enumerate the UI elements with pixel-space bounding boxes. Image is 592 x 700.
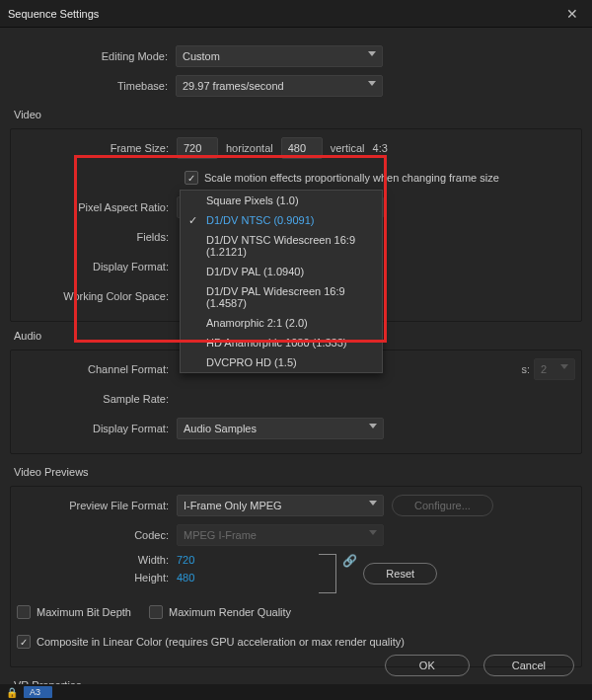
chevron-down-icon bbox=[369, 530, 377, 535]
chevron-down-icon bbox=[369, 501, 377, 506]
pixel-aspect-dropdown[interactable]: Square Pixels (1.0)D1/DV NTSC (0.9091)D1… bbox=[180, 190, 383, 373]
vertical-label: vertical bbox=[331, 142, 365, 154]
max-bit-depth-checkbox[interactable] bbox=[17, 605, 31, 619]
codec-label: Codec: bbox=[17, 529, 177, 541]
frame-size-label: Frame Size: bbox=[17, 142, 177, 154]
pixel-aspect-option[interactable]: Anamorphic 2:1 (2.0) bbox=[181, 313, 382, 333]
frame-height-input[interactable]: 480 bbox=[281, 137, 323, 159]
num-channels-select: 2 bbox=[534, 358, 575, 380]
display-format-audio-label: Display Format: bbox=[17, 423, 177, 434]
fields-label: Fields: bbox=[17, 231, 177, 243]
chevron-down-icon bbox=[368, 81, 376, 86]
link-bracket-icon bbox=[319, 554, 336, 593]
preview-width-label: Width: bbox=[17, 554, 177, 566]
reset-button[interactable]: Reset bbox=[363, 563, 437, 584]
timeline-strip: 🔒 A3 bbox=[0, 684, 592, 700]
working-color-space-label: Working Color Space: bbox=[17, 290, 177, 302]
max-render-checkbox[interactable] bbox=[149, 605, 163, 619]
codec-select: MPEG I-Frame bbox=[177, 524, 384, 546]
num-channels-abbrev: s: bbox=[521, 363, 530, 375]
display-format-video-label: Display Format: bbox=[17, 261, 177, 272]
chevron-down-icon bbox=[369, 424, 377, 428]
configure-button: Configure... bbox=[392, 495, 493, 516]
preview-file-format-select[interactable]: I-Frame Only MPEG bbox=[177, 495, 384, 516]
aspect-label: 4:3 bbox=[373, 142, 388, 154]
sample-rate-label: Sample Rate: bbox=[17, 393, 177, 405]
lock-icon[interactable]: 🔒 bbox=[6, 687, 18, 698]
editing-mode-label: Editing Mode: bbox=[10, 50, 176, 62]
link-icon[interactable]: 🔗 bbox=[336, 554, 363, 568]
pixel-aspect-option[interactable]: D1/DV NTSC (0.9091) bbox=[181, 210, 382, 230]
scale-motion-label: Scale motion effects proportionally when… bbox=[204, 172, 499, 184]
chevron-down-icon bbox=[560, 364, 568, 369]
preview-height-value[interactable]: 480 bbox=[177, 572, 194, 583]
timebase-select[interactable]: 29.97 frames/second bbox=[176, 75, 383, 97]
max-render-label: Maximum Render Quality bbox=[169, 606, 291, 618]
pixel-aspect-label: Pixel Aspect Ratio: bbox=[17, 201, 177, 213]
preview-file-format-label: Preview File Format: bbox=[17, 500, 177, 511]
timebase-label: Timebase: bbox=[10, 80, 176, 92]
channel-format-label: Channel Format: bbox=[17, 363, 177, 375]
max-bit-depth-label: Maximum Bit Depth bbox=[37, 606, 131, 618]
composite-linear-checkbox[interactable]: ✓ bbox=[17, 635, 31, 649]
ok-button[interactable]: OK bbox=[385, 655, 470, 676]
frame-width-input[interactable]: 720 bbox=[177, 137, 218, 159]
pixel-aspect-option[interactable]: DVCPRO HD (1.5) bbox=[181, 352, 382, 372]
horizontal-label: horizontal bbox=[226, 142, 273, 154]
pixel-aspect-option[interactable]: D1/DV NTSC Widescreen 16:9 (1.2121) bbox=[181, 230, 382, 262]
window-title: Sequence Settings bbox=[8, 8, 99, 20]
editing-mode-select[interactable]: Custom bbox=[176, 45, 383, 67]
pixel-aspect-option[interactable]: D1/DV PAL (1.0940) bbox=[181, 262, 382, 281]
composite-linear-label: Composite in Linear Color (requires GPU … bbox=[37, 636, 405, 648]
cancel-button[interactable]: Cancel bbox=[483, 655, 574, 676]
video-section-header: Video bbox=[14, 109, 582, 120]
video-previews-header: Video Previews bbox=[14, 466, 582, 478]
preview-height-label: Height: bbox=[17, 572, 177, 583]
close-icon[interactable]: ✕ bbox=[560, 4, 584, 24]
pixel-aspect-option[interactable]: HD Anamorphic 1080 (1.333) bbox=[181, 333, 382, 352]
display-format-audio-select[interactable]: Audio Samples bbox=[177, 418, 384, 439]
title-bar: Sequence Settings ✕ bbox=[0, 0, 592, 28]
scale-motion-checkbox[interactable]: ✓ bbox=[185, 171, 198, 185]
pixel-aspect-option[interactable]: Square Pixels (1.0) bbox=[181, 191, 382, 210]
preview-width-value[interactable]: 720 bbox=[177, 554, 194, 566]
pixel-aspect-option[interactable]: D1/DV PAL Widescreen 16:9 (1.4587) bbox=[181, 281, 382, 313]
chevron-down-icon bbox=[368, 51, 376, 56]
audio-track-badge[interactable]: A3 bbox=[24, 686, 52, 698]
